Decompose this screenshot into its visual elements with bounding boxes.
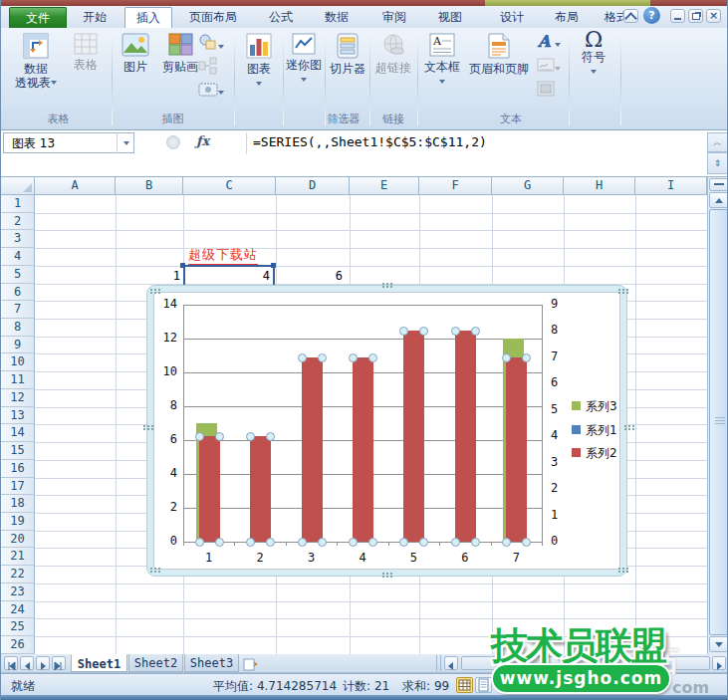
vertical-scrollbar[interactable] [707, 177, 728, 654]
formula-bar-expand-button[interactable]: ︿ [707, 132, 728, 152]
tab-split-handle[interactable] [436, 655, 441, 671]
column-header-B[interactable]: B [116, 177, 183, 195]
chart-frame-grip-icon[interactable] [618, 289, 620, 291]
range-fill-handle[interactable] [180, 263, 185, 268]
scroll-up-button[interactable] [709, 192, 728, 208]
series-selection-handle[interactable] [298, 353, 307, 362]
series-selection-handle[interactable] [471, 538, 480, 547]
chart-frame-grip-icon[interactable] [150, 568, 152, 570]
series-selection-handle[interactable] [195, 432, 204, 441]
bar-series2[interactable] [506, 357, 527, 542]
cell-b5-value[interactable]: 1 [140, 269, 180, 283]
column-header-G[interactable]: G [492, 177, 564, 195]
row-header-11[interactable]: 11 [1, 371, 35, 389]
picture-button[interactable]: 图片 [115, 30, 156, 74]
formula-input[interactable]: =SERIES(,,Sheet1!$C$5:$C$11,2) [253, 134, 487, 149]
page-layout-view-button[interactable] [475, 677, 492, 693]
bar-series2[interactable] [455, 331, 476, 542]
series-selection-handle[interactable] [368, 353, 377, 362]
first-sheet-button[interactable] [4, 656, 18, 670]
insert-function-button[interactable]: ƒx [196, 133, 209, 148]
row-header-6[interactable]: 6 [1, 284, 35, 302]
name-box[interactable]: 图表 13 [3, 132, 134, 153]
chart-frame-grip-icon[interactable] [150, 289, 152, 291]
bar-series2[interactable] [403, 331, 424, 542]
prev-sheet-button[interactable] [20, 656, 34, 670]
split-box[interactable] [709, 178, 728, 191]
row-header-20[interactable]: 20 [1, 531, 35, 549]
column-header-C[interactable]: C [183, 177, 276, 195]
column-header-E[interactable]: E [350, 177, 419, 195]
series-selection-handle[interactable] [349, 353, 358, 362]
row-header-2[interactable]: 2 [1, 213, 35, 231]
row-header-24[interactable]: 24 [1, 601, 35, 619]
header-footer-button[interactable]: 页眉和页脚 [464, 30, 534, 76]
legend-entry[interactable]: 系列1 [586, 422, 617, 439]
select-all-corner[interactable] [1, 177, 35, 195]
normal-view-button[interactable] [456, 677, 473, 693]
hscroll-right-button[interactable] [712, 656, 726, 670]
series-selection-handle[interactable] [298, 538, 307, 547]
row-header-26[interactable]: 26 [1, 636, 35, 654]
cell-c5-value[interactable]: 4 [230, 269, 270, 283]
bar-series2[interactable] [353, 357, 373, 542]
screenshot-button[interactable] [198, 81, 232, 102]
sheet-tab-sheet2[interactable]: Sheet2 [128, 654, 183, 672]
bar-series2[interactable] [250, 436, 271, 542]
column-header-H[interactable]: H [564, 177, 635, 195]
chart-frame-grip-icon[interactable] [143, 425, 145, 427]
tab-layout[interactable]: 布局 [545, 7, 589, 27]
hscroll-left-button[interactable] [444, 656, 458, 670]
chart-frame[interactable]: 0246810121401234567891234567系列3系列1系列2 [146, 285, 627, 577]
tab-home[interactable]: 开始 [73, 7, 117, 27]
row-header-19[interactable]: 19 [1, 513, 35, 531]
tab-design[interactable]: 设计 [487, 7, 537, 27]
sparkline-button[interactable]: 迷你图 [285, 30, 323, 87]
series-selection-handle[interactable] [451, 538, 460, 547]
row-header-3[interactable]: 3 [1, 230, 35, 248]
scrollbar-thumb[interactable] [709, 209, 728, 635]
chart-frame-grip-icon[interactable] [618, 568, 620, 570]
series-selection-handle[interactable] [195, 538, 204, 547]
tab-data[interactable]: 数据 [314, 7, 360, 27]
tab-file[interactable]: 文件 [9, 7, 67, 28]
row-header-1[interactable]: 1 [1, 195, 35, 213]
row-header-12[interactable]: 12 [1, 389, 35, 407]
help-button[interactable]: ? [643, 7, 660, 24]
series-selection-handle[interactable] [215, 432, 224, 441]
name-box-dropdown[interactable] [117, 132, 135, 153]
chart-frame-grip-icon[interactable] [624, 425, 626, 427]
row-header-13[interactable]: 13 [1, 407, 35, 425]
textbox-button[interactable]: A 文本框 [420, 30, 464, 89]
tab-review[interactable]: 审阅 [371, 7, 417, 27]
wordart-button[interactable]: A [537, 33, 571, 54]
tab-page-layout[interactable]: 页面布局 [178, 7, 248, 27]
series-selection-handle[interactable] [368, 538, 377, 547]
column-header-F[interactable]: F [419, 177, 492, 195]
row-header-15[interactable]: 15 [1, 442, 35, 460]
worksheet-grid[interactable]: ABCDEFGHI1234567891011121314151617181920… [1, 177, 707, 654]
insert-worksheet-button[interactable] [243, 656, 257, 670]
close-button[interactable]: × [706, 9, 721, 23]
row-header-18[interactable]: 18 [1, 495, 35, 513]
chart-frame-grip-icon[interactable] [382, 283, 384, 285]
clipart-button[interactable]: 剪贴画 [156, 30, 204, 74]
last-sheet-button[interactable] [52, 656, 66, 670]
row-header-23[interactable]: 23 [1, 583, 35, 601]
tab-insert[interactable]: 插入 [124, 7, 172, 29]
row-header-25[interactable]: 25 [1, 618, 35, 636]
series-selection-handle[interactable] [318, 538, 327, 547]
chart-frame-grip-icon[interactable] [382, 573, 384, 575]
sheet-tab-sheet1[interactable]: Sheet1 [71, 654, 127, 672]
pivot-table-button[interactable]: 数据 透视表 [9, 30, 63, 90]
column-header-I[interactable]: I [635, 177, 707, 195]
tab-view[interactable]: 视图 [427, 7, 473, 27]
bar-series2[interactable] [199, 436, 220, 542]
symbol-button[interactable]: Ω 符号 [573, 30, 614, 79]
series-selection-handle[interactable] [318, 353, 327, 362]
row-header-5[interactable]: 5 [1, 266, 35, 284]
row-header-21[interactable]: 21 [1, 548, 35, 566]
row-header-14[interactable]: 14 [1, 424, 35, 442]
ribbon-collapse-button[interactable] [623, 9, 638, 23]
row-header-10[interactable]: 10 [1, 353, 35, 371]
